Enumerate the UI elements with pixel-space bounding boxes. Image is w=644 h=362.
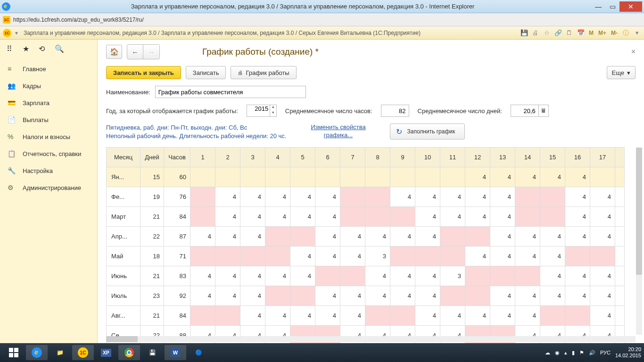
day-cell[interactable]: 4 [390, 187, 415, 207]
home-button[interactable]: 🏠 [106, 45, 122, 59]
day-cell[interactable]: 3 [440, 266, 465, 286]
day-cell[interactable]: 4 [415, 227, 440, 247]
day-cell[interactable] [390, 306, 415, 326]
tray-sound-icon[interactable]: 🔊 [589, 350, 595, 356]
day-cell[interactable]: 4 [265, 306, 290, 326]
day-cell[interactable] [440, 286, 465, 306]
day-cell[interactable] [190, 207, 215, 227]
month-cell[interactable]: Фе... [107, 187, 140, 207]
start-button[interactable] [3, 345, 25, 360]
day-cell[interactable]: 4 [565, 227, 590, 247]
day-cell[interactable]: 4 [490, 207, 515, 227]
save-icon[interactable]: 💾 [520, 29, 528, 37]
month-cell[interactable]: Июль [107, 286, 140, 306]
table-header[interactable]: 8 [365, 148, 390, 167]
sidebar-item-1[interactable]: 👥Кадры [0, 77, 97, 94]
link-icon[interactable]: 🔗 [554, 29, 562, 37]
day-cell[interactable]: 4 [240, 286, 265, 306]
day-cell[interactable]: 4 [540, 286, 565, 306]
name-input[interactable] [155, 86, 306, 98]
day-cell[interactable] [465, 227, 490, 247]
day-cell[interactable]: 4 [540, 227, 565, 247]
day-cell[interactable]: 4 [440, 306, 465, 326]
spin-down-icon[interactable]: ▼ [270, 111, 276, 116]
avg-hours-field[interactable] [381, 105, 409, 117]
day-cell[interactable] [590, 247, 615, 266]
day-cell[interactable]: 4 [590, 187, 615, 207]
day-cell[interactable]: 4 [315, 286, 340, 306]
table-row[interactable]: Май187144434444 [107, 247, 625, 266]
day-cell[interactable]: 4 [215, 207, 240, 227]
month-cell[interactable]: Март [107, 207, 140, 227]
day-cell[interactable] [265, 247, 290, 266]
day-cell[interactable] [440, 167, 465, 187]
day-cell[interactable]: 4 [190, 227, 215, 247]
day-cell[interactable] [390, 207, 415, 227]
day-cell[interactable] [440, 227, 465, 247]
table-row[interactable]: Апр...22874444444444444 [107, 227, 625, 247]
day-cell[interactable] [215, 247, 240, 266]
day-cell[interactable]: 4 [515, 247, 540, 266]
hours-cell[interactable]: 87 [164, 227, 190, 247]
month-cell[interactable]: Апр... [107, 227, 140, 247]
calendar-icon[interactable]: 📅 [577, 29, 585, 37]
day-cell[interactable]: 4 [365, 266, 390, 286]
horizontal-scrollbar[interactable] [106, 336, 636, 342]
day-cell[interactable] [590, 167, 615, 187]
table-header[interactable]: 6 [315, 148, 340, 167]
month-cell[interactable]: Ян... [107, 167, 140, 187]
day-cell[interactable]: 4 [265, 207, 290, 227]
days-cell[interactable]: 21 [140, 207, 164, 227]
apps-icon[interactable]: ⠿ [7, 44, 15, 53]
sidebar-item-6[interactable]: 🔧Настройка [0, 162, 97, 179]
day-cell[interactable]: 4 [215, 266, 240, 286]
day-cell[interactable]: 4 [215, 187, 240, 207]
day-cell[interactable]: 4 [490, 187, 515, 207]
table-row[interactable]: Июнь2183444444443444 [107, 266, 625, 286]
taskbar-1c[interactable]: 1C [72, 345, 94, 360]
day-cell[interactable] [215, 167, 240, 187]
tray-flag-icon[interactable]: ⚑ [579, 350, 584, 356]
taskbar-ie[interactable]: e [26, 345, 48, 360]
table-header[interactable]: 5 [290, 148, 315, 167]
day-cell[interactable]: 4 [565, 266, 590, 286]
day-cell[interactable]: 4 [190, 286, 215, 306]
table-header[interactable]: 16 [565, 148, 590, 167]
taskbar-save[interactable]: 💾 [141, 345, 163, 360]
day-cell[interactable]: 4 [465, 247, 490, 266]
day-cell[interactable]: 4 [190, 266, 215, 286]
table-header[interactable]: 1 [190, 148, 215, 167]
sidebar-item-7[interactable]: ⚙Администрирование [0, 179, 97, 196]
day-cell[interactable] [390, 247, 415, 266]
day-cell[interactable]: 4 [240, 187, 265, 207]
hours-cell[interactable]: 92 [164, 286, 190, 306]
day-cell[interactable]: 4 [290, 266, 315, 286]
day-cell[interactable] [290, 227, 315, 247]
day-cell[interactable] [415, 247, 440, 266]
day-cell[interactable]: 4 [215, 227, 240, 247]
day-cell[interactable]: 4 [390, 266, 415, 286]
day-cell[interactable] [315, 167, 340, 187]
day-cell[interactable]: 4 [390, 227, 415, 247]
day-cell[interactable]: 4 [590, 227, 615, 247]
day-cell[interactable] [390, 167, 415, 187]
tray-lang[interactable]: РУС [600, 350, 611, 355]
zoom-m-plus[interactable]: M+ [597, 29, 607, 37]
day-cell[interactable]: 4 [415, 286, 440, 306]
day-cell[interactable] [415, 167, 440, 187]
day-cell[interactable]: 4 [290, 207, 315, 227]
day-cell[interactable]: 4 [565, 167, 590, 187]
table-row[interactable]: Фе...1976444444444444 [107, 187, 625, 207]
help-icon[interactable]: ⓘ [621, 29, 630, 37]
table-row[interactable]: Июль23924444444444444 [107, 286, 625, 306]
day-cell[interactable]: 4 [290, 306, 315, 326]
day-cell[interactable]: 4 [315, 227, 340, 247]
vertical-scrollbar[interactable] [636, 148, 642, 335]
calculator-button[interactable]: 🖩 [538, 105, 549, 117]
tray-shield-icon[interactable]: ◉ [555, 350, 560, 356]
table-header[interactable]: 2 [215, 148, 240, 167]
star-icon[interactable]: ★ [23, 44, 31, 53]
day-cell[interactable]: 4 [315, 207, 340, 227]
day-cell[interactable] [190, 247, 215, 266]
day-cell[interactable]: 4 [565, 187, 590, 207]
